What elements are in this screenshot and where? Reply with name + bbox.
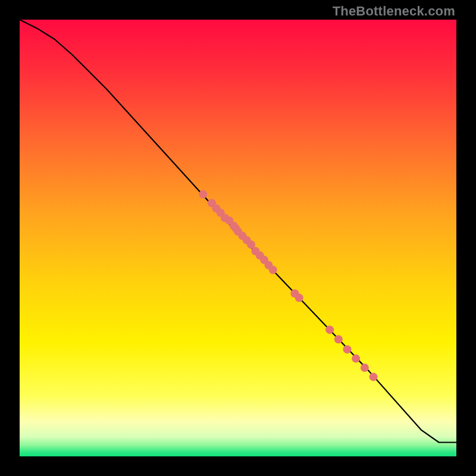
- plot-area: [20, 20, 456, 456]
- data-point: [343, 345, 352, 353]
- data-point: [269, 266, 277, 274]
- data-point: [352, 355, 360, 363]
- chart-stage: TheBottleneck.com: [0, 0, 476, 476]
- watermark-text: TheBottleneck.com: [333, 4, 455, 19]
- chart-overlay: [20, 20, 456, 456]
- data-point: [361, 364, 369, 372]
- data-point: [325, 325, 334, 334]
- data-point: [295, 294, 303, 302]
- data-point: [369, 372, 378, 381]
- data-point: [334, 335, 343, 343]
- data-point: [199, 190, 207, 199]
